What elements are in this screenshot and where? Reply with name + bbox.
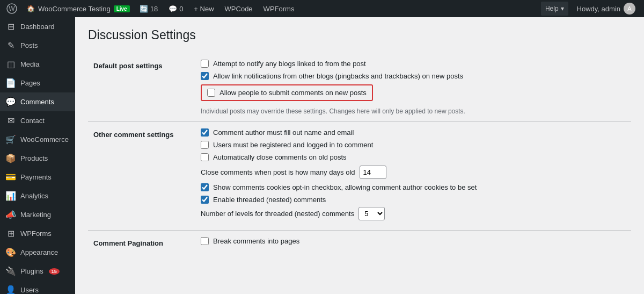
sidebar-label: Analytics <box>20 192 48 200</box>
sidebar-item-appearance[interactable]: 🎨 Appearance <box>0 243 75 262</box>
close-comments-days-label: Close comments when post is how many day… <box>201 168 355 176</box>
allow-comments-label: Allow people to submit comments on new p… <box>219 89 367 97</box>
author-fill-name-checkbox[interactable] <box>201 128 209 137</box>
settings-table: Default post settings Attempt to notify … <box>88 53 631 254</box>
wpcode-link[interactable]: WPCode <box>221 0 257 17</box>
sidebar-label: WPForms <box>20 230 52 238</box>
comment-pagination-row: Comment Pagination Break comments into p… <box>88 231 631 254</box>
checkbox-row-8: Enable threaded (nested) comments <box>201 196 626 204</box>
sidebar-label: Payments <box>20 173 52 181</box>
checkbox-row-6: Automatically close comments on old post… <box>201 153 626 161</box>
chevron-down-icon: ▾ <box>561 5 564 12</box>
analytics-icon: 📊 <box>5 191 16 201</box>
site-name-link[interactable]: 🏠 WooCommerce Testing Live <box>24 0 133 17</box>
payments-icon: 💳 <box>5 172 16 182</box>
sidebar-item-products[interactable]: 📦 Products <box>0 149 75 168</box>
sidebar-item-wpforms[interactable]: ⊞ WPForms <box>0 224 75 243</box>
allow-link-notifications-checkbox[interactable] <box>201 72 209 80</box>
products-icon: 📦 <box>5 153 16 163</box>
help-button[interactable]: Help ▾ <box>541 2 568 16</box>
comments-icon: 💬 <box>169 5 177 13</box>
updates-link[interactable]: 🔄 18 <box>135 0 162 17</box>
site-name: WooCommerce Testing <box>38 5 111 13</box>
sidebar-item-woocommerce[interactable]: 🛒 WooCommerce <box>0 130 75 149</box>
sidebar-label: Pages <box>20 79 40 87</box>
allow-link-notifications-label: Allow link notifications from other blog… <box>213 72 463 80</box>
break-comments-label: Break comments into pages <box>213 237 299 245</box>
sidebar-item-marketing[interactable]: 📣 Marketing <box>0 205 75 224</box>
checkbox-row-1: Attempt to notify any blogs linked to fr… <box>201 60 626 68</box>
checkbox-row-2: Allow link notifications from other blog… <box>201 72 626 80</box>
sidebar-item-plugins[interactable]: 🔌 Plugins 15 <box>0 262 75 281</box>
close-comments-days-row: Close comments when post is how many day… <box>201 166 626 179</box>
admin-bar-right: Help ▾ Howdy, admin A <box>541 0 640 17</box>
media-icon: ◫ <box>5 59 16 69</box>
sidebar-label: Plugins <box>20 267 43 275</box>
sidebar-label: Comments <box>20 98 54 106</box>
threaded-comments-checkbox[interactable] <box>201 196 209 204</box>
sidebar-item-posts[interactable]: ✎ Posts <box>0 36 75 55</box>
howdy-text: Howdy, admin <box>577 5 620 13</box>
sidebar-label: Media <box>20 60 39 68</box>
registered-users-checkbox[interactable] <box>201 141 209 149</box>
author-fill-name-label: Comment author must fill out name and em… <box>213 128 354 137</box>
comments-icon: 💬 <box>5 97 16 107</box>
checkbox-row-4: Comment author must fill out name and em… <box>201 128 626 137</box>
avatar: A <box>624 3 635 15</box>
sidebar-label: Dashboard <box>20 23 55 31</box>
threaded-levels-label: Number of levels for threaded (nested) c… <box>201 210 354 218</box>
sidebar-label: Appearance <box>20 248 58 256</box>
contact-icon: ✉ <box>5 116 16 126</box>
sidebar: ⊟ Dashboard ✎ Posts ◫ Media 📄 Pages 💬 Co… <box>0 17 75 294</box>
wpforms-link[interactable]: WPForms <box>259 0 299 17</box>
wpcode-label: WPCode <box>225 5 253 13</box>
wp-logo[interactable]: W <box>4 1 19 16</box>
auto-close-comments-checkbox[interactable] <box>201 153 209 161</box>
main-layout: ⊟ Dashboard ✎ Posts ◫ Media 📄 Pages 💬 Co… <box>0 17 644 294</box>
checkbox-row-5: Users must be registered and logged in t… <box>201 141 626 149</box>
notify-blogs-label: Attempt to notify any blogs linked to fr… <box>213 60 366 68</box>
sidebar-label: Contact <box>20 117 45 125</box>
svg-text:W: W <box>9 5 15 12</box>
user-menu[interactable]: Howdy, admin A <box>573 0 640 17</box>
sidebar-item-media[interactable]: ◫ Media <box>0 55 75 74</box>
help-label: Help <box>545 5 559 12</box>
notify-blogs-checkbox[interactable] <box>201 60 209 68</box>
woocommerce-icon: 🛒 <box>5 134 16 145</box>
checkbox-row-3-highlighted: Allow people to submit comments on new p… <box>201 84 626 103</box>
default-post-settings-row: Default post settings Attempt to notify … <box>88 53 631 122</box>
comments-link[interactable]: 💬 0 <box>164 0 187 17</box>
comments-count: 0 <box>179 5 183 13</box>
sidebar-item-payments[interactable]: 💳 Payments <box>0 168 75 187</box>
sidebar-item-comments[interactable]: 💬 Comments <box>0 92 75 111</box>
sidebar-item-users[interactable]: 👤 Users <box>0 281 75 294</box>
break-comments-checkbox[interactable] <box>201 237 209 245</box>
wpforms-label: WPForms <box>264 5 295 13</box>
default-post-settings-helper: Individual posts may override these sett… <box>201 107 626 115</box>
sidebar-label: WooCommerce <box>20 135 69 144</box>
updates-count: 18 <box>150 5 158 13</box>
appearance-icon: 🎨 <box>5 247 16 257</box>
new-content-link[interactable]: + New <box>189 0 218 17</box>
registered-users-label: Users must be registered and logged in t… <box>213 141 373 149</box>
live-badge: Live <box>114 5 130 12</box>
sidebar-item-analytics[interactable]: 📊 Analytics <box>0 187 75 205</box>
sidebar-item-dashboard[interactable]: ⊟ Dashboard <box>0 17 75 36</box>
pages-icon: 📄 <box>5 78 16 88</box>
sidebar-item-pages[interactable]: 📄 Pages <box>0 74 75 92</box>
posts-icon: ✎ <box>5 40 16 51</box>
threaded-comments-label: Enable threaded (nested) comments <box>213 196 326 204</box>
allow-comments-checkbox[interactable] <box>207 89 215 97</box>
close-comments-days-input[interactable] <box>360 166 386 179</box>
content-area: Discussion Settings Default post setting… <box>75 17 644 294</box>
admin-bar: W 🏠 WooCommerce Testing Live 🔄 18 💬 0 + … <box>0 0 644 17</box>
plugins-badge: 15 <box>49 268 60 275</box>
updates-icon: 🔄 <box>140 5 148 13</box>
users-icon: 👤 <box>5 285 16 294</box>
sidebar-label: Products <box>20 154 48 162</box>
cookies-optin-checkbox[interactable] <box>201 183 209 191</box>
marketing-icon: 📣 <box>5 210 16 220</box>
threaded-levels-select[interactable]: 5 2 3 4 6 7 8 9 10 <box>358 207 385 220</box>
sidebar-item-contact[interactable]: ✉ Contact <box>0 111 75 130</box>
auto-close-comments-label: Automatically close comments on old post… <box>213 153 347 161</box>
